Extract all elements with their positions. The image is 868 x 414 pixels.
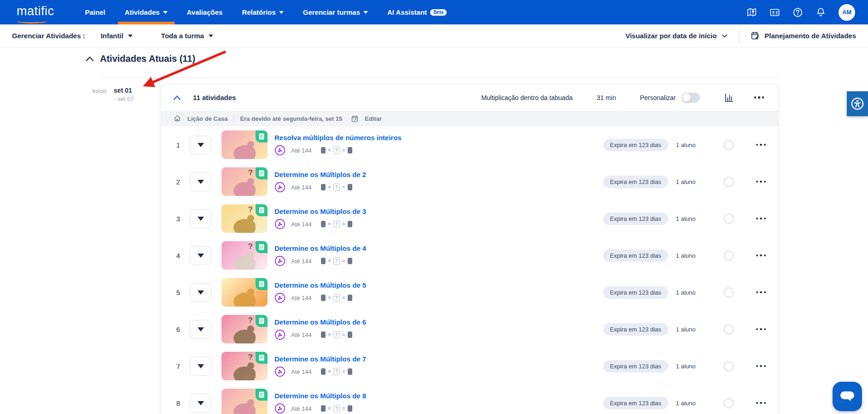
equals-sign: = — [342, 368, 345, 375]
activity-expand-button[interactable] — [190, 246, 211, 265]
filled-box-icon — [321, 184, 326, 190]
row-more-menu[interactable] — [756, 402, 766, 404]
nav-label: Avaliações — [187, 8, 223, 16]
activity-title-link[interactable]: Determine os Múltiplos de 4 — [274, 244, 366, 252]
help-icon[interactable] — [792, 7, 803, 18]
toolbar-divider — [739, 29, 740, 43]
nav-item-avaliacoes[interactable]: Avaliações — [177, 0, 233, 24]
filled-box-icon — [348, 405, 352, 412]
timeline-marker: Início set 01 - set 07 — [92, 87, 134, 102]
range-label: Até 144 — [291, 405, 312, 412]
activity-number: 5 — [173, 289, 183, 296]
expiry-badge: Expira em 123 dias — [603, 139, 668, 151]
activity-thumbnail[interactable] — [221, 278, 268, 307]
activity-main: Determine os Múltiplos de 8 Até 144 × ? — [274, 392, 366, 414]
row-more-menu[interactable] — [756, 254, 766, 257]
student-count: 1 aluno — [676, 178, 696, 185]
progress-circle — [723, 287, 734, 298]
report-chart-button[interactable] — [724, 93, 734, 103]
worksheet-badge-icon — [256, 389, 268, 401]
nav-item-painel[interactable]: Painel — [76, 0, 115, 24]
matific-logo[interactable]: matific — [17, 0, 54, 24]
assigned-network-icon — [274, 255, 285, 266]
times-sign: × — [328, 147, 331, 154]
home-icon — [173, 114, 181, 123]
row-more-menu[interactable] — [756, 218, 766, 220]
activity-thumbnail[interactable]: ? — [221, 352, 268, 380]
row-more-menu[interactable] — [756, 181, 766, 183]
activity-title-link[interactable]: Determine os Múltiplos de 2 — [274, 171, 366, 178]
worksheet-badge-icon — [256, 241, 268, 253]
chat-support-button[interactable] — [833, 382, 862, 411]
collapse-card-chevron-up-icon[interactable] — [173, 95, 181, 101]
nav-item-gerenciar-turmas[interactable]: Gerenciar turmas — [293, 0, 378, 24]
activity-title-link[interactable]: Determine os Múltiplos de 3 — [274, 207, 366, 215]
section-title: Atividades Atuais (11) — [100, 53, 195, 64]
activity-row-right: Expira em 123 dias 1 aluno — [603, 176, 766, 188]
personalize-toggle[interactable] — [682, 93, 700, 103]
nav-label: Painel — [85, 8, 105, 16]
activity-title-link[interactable]: Determine os Múltiplos de 5 — [274, 281, 366, 289]
activity-thumbnail[interactable] — [221, 389, 268, 414]
nav-item-atividades[interactable]: Atividades — [115, 0, 177, 24]
row-more-menu[interactable] — [756, 328, 766, 331]
caret-down-icon — [198, 401, 204, 405]
activity-expand-button[interactable] — [190, 320, 211, 339]
equals-sign: = — [342, 405, 345, 412]
activity-row: 4 ? Determine os Múltiplos de 4 — [161, 237, 778, 274]
activity-title-link[interactable]: Determine os Múltiplos de 7 — [274, 355, 366, 363]
id-card-icon[interactable] — [769, 7, 780, 18]
activity-thumbnail[interactable] — [221, 130, 268, 159]
equals-sign: = — [342, 295, 345, 301]
thumbnail-animal-illustration — [233, 219, 256, 233]
caret-down-icon — [198, 180, 204, 184]
activity-thumbnail[interactable]: ? — [221, 167, 268, 196]
activity-expand-button[interactable] — [190, 209, 211, 228]
curriculum-map-icon[interactable] — [746, 7, 757, 18]
grade-dropdown-value: Infantil — [101, 32, 123, 40]
activity-expand-button[interactable] — [190, 172, 211, 191]
equation-icon: × ? = — [321, 183, 352, 191]
nav-item-ai-assistant[interactable]: AI Assistant Beta — [378, 0, 456, 24]
row-more-menu[interactable] — [756, 144, 766, 146]
activity-expand-button[interactable] — [190, 357, 211, 376]
activity-group-card: 11 atividades Multiplicação dentro da ta… — [161, 84, 778, 414]
class-dropdown[interactable]: Toda a turma — [161, 32, 213, 40]
thumbnail-animal-illustration — [233, 367, 256, 380]
notifications-bell-icon[interactable] — [816, 7, 826, 18]
times-sign: × — [328, 295, 331, 301]
student-count: 1 aluno — [676, 326, 696, 333]
filled-box-icon — [321, 331, 326, 338]
activity-title-link[interactable]: Determine os Múltiplos de 8 — [274, 392, 366, 400]
view-by-dropdown[interactable]: Visualizar por data de início — [625, 32, 728, 40]
user-avatar[interactable]: AM — [839, 4, 855, 21]
student-count: 1 aluno — [676, 289, 696, 296]
progress-circle — [723, 140, 734, 150]
section-divider — [99, 77, 778, 78]
current-activities-section-toggle[interactable]: Atividades Atuais (11) — [86, 53, 195, 64]
activity-title-link[interactable]: Determine os Múltiplos de 6 — [274, 318, 366, 326]
activity-thumbnail[interactable]: ? — [221, 241, 268, 270]
grade-dropdown[interactable]: Infantil — [101, 32, 133, 40]
nav-label: Gerenciar turmas — [303, 8, 360, 16]
activity-title-link[interactable]: Resolva múltiplos de números inteiros — [274, 134, 402, 142]
activity-expand-button[interactable] — [190, 394, 211, 413]
row-more-menu[interactable] — [756, 291, 766, 294]
activity-thumbnail[interactable]: ? — [221, 315, 268, 343]
toolbar-title: Gerenciar Atividades : — [12, 32, 85, 40]
expiry-badge: Expira em 123 dias — [603, 397, 668, 409]
activity-number: 4 — [173, 252, 183, 260]
activities-count: 11 atividades — [193, 94, 236, 101]
row-more-menu[interactable] — [756, 365, 766, 367]
expiry-badge: Expira em 123 dias — [603, 213, 668, 225]
progress-circle — [723, 213, 734, 224]
activity-thumbnail[interactable]: ? — [221, 204, 268, 233]
activity-expand-button[interactable] — [190, 136, 211, 154]
card-more-menu[interactable] — [754, 96, 764, 99]
edit-due-date-button[interactable]: Editar — [365, 115, 382, 122]
activity-planning-button[interactable]: Planejamento de Atividades — [751, 31, 856, 41]
activity-expand-button[interactable] — [190, 283, 211, 302]
accessibility-button[interactable] — [847, 91, 868, 116]
equals-sign: = — [342, 147, 345, 154]
nav-item-relatorios[interactable]: Relatórios — [232, 0, 293, 24]
